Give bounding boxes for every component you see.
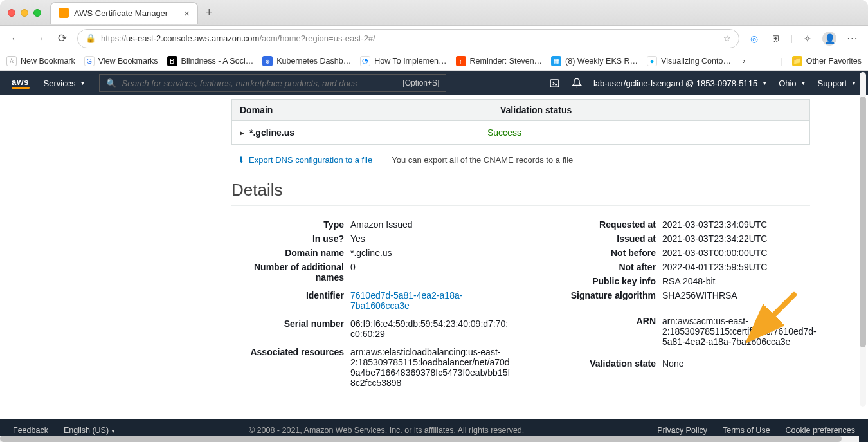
label-not-after: Not after: [543, 260, 656, 274]
domain-name: *.gcline.us: [249, 127, 487, 138]
bookmark-icon: ⎈: [262, 56, 273, 66]
value-not-after: 2022-04-01T23:59:59UTC: [662, 260, 817, 274]
bookmark-item[interactable]: rReminder: Steven…: [456, 56, 543, 66]
cookie-prefs-link[interactable]: Cookie preferences: [786, 426, 855, 435]
favorite-icon[interactable]: ☆: [723, 33, 731, 43]
bookmark-item[interactable]: ▦(8) Weekly EKS R…: [551, 56, 638, 66]
search-icon: 🔍: [106, 78, 116, 88]
back-button[interactable]: ←: [8, 31, 24, 46]
validation-status: Success: [487, 127, 521, 138]
privacy-link[interactable]: Privacy Policy: [657, 426, 707, 435]
window-maximize[interactable]: [33, 9, 41, 17]
value-in-use: Yes: [350, 232, 511, 246]
aws-search-input[interactable]: [122, 78, 397, 88]
bookmark-item[interactable]: BBlindness - A Soci…: [167, 56, 254, 66]
bookmark-new[interactable]: ☆ New Bookmark: [6, 56, 75, 66]
profile-avatar[interactable]: 👤: [822, 32, 836, 46]
notifications-icon[interactable]: [572, 78, 582, 88]
value-validation-state: None: [662, 356, 817, 371]
vertical-scrollbar[interactable]: [860, 72, 866, 407]
value-issued-at: 2021-03-03T23:34:22UTC: [662, 232, 817, 246]
extension-1password-icon[interactable]: ◎: [747, 32, 761, 46]
bookmark-item[interactable]: ●Visualizing Conto…: [647, 56, 731, 66]
account-menu[interactable]: lab-user/gcline-Isengard @ 1853-0978-511…: [593, 78, 767, 88]
feedback-link[interactable]: Feedback: [13, 426, 48, 435]
details-heading: Details: [231, 180, 810, 200]
aws-logo[interactable]: aws: [12, 77, 30, 89]
extension-ublock-icon[interactable]: ⛨: [769, 32, 783, 46]
value-public-key-info: RSA 2048-bit: [662, 274, 817, 288]
download-icon: ⬇: [238, 155, 245, 165]
new-tab-button[interactable]: +: [202, 6, 217, 19]
collections-icon[interactable]: ✧: [800, 32, 815, 46]
horizontal-scrollbar[interactable]: [0, 436, 859, 442]
window-minimize[interactable]: [21, 9, 28, 17]
value-type: Amazon Issued: [350, 217, 511, 232]
label-arn: ARN: [543, 314, 656, 356]
copyright: © 2008 - 2021, Amazon Web Services, Inc.…: [131, 426, 642, 435]
address-bar[interactable]: 🔒 https://us-east-2.console.aws.amazon.c…: [77, 29, 739, 48]
label-signature-algorithm: Signature algorithm: [543, 288, 656, 314]
label-domain-name: Domain name: [231, 246, 344, 260]
language-menu[interactable]: English (US): [64, 426, 116, 435]
value-additional-names: 0: [350, 260, 511, 288]
domain-row[interactable]: ▸ *.gcline.us Success: [232, 121, 809, 144]
label-identifier: Identifier: [231, 288, 344, 317]
tab-close[interactable]: ×: [184, 8, 190, 19]
forward-button: →: [32, 31, 48, 46]
bookmarks-overflow[interactable]: ›: [740, 57, 748, 66]
value-serial: 06:f9:f6:e4:59:db:59:54:23:40:09:d7:70:c…: [350, 317, 511, 345]
label-validation-state: Validation state: [543, 356, 656, 371]
services-menu[interactable]: Services: [44, 78, 86, 88]
terms-link[interactable]: Terms of Use: [723, 426, 770, 435]
value-arn: arn:aws:acm:us-east-2:185309785115:certi…: [662, 314, 817, 356]
bookmark-icon: ●: [647, 56, 657, 66]
lock-icon: 🔒: [86, 33, 96, 43]
bookmark-item[interactable]: ◔How To Implemen…: [360, 56, 446, 66]
label-requested-at: Requested at: [543, 217, 656, 232]
cloudshell-icon[interactable]: [549, 78, 560, 89]
browser-tab[interactable]: AWS Certificate Manager ×: [50, 2, 198, 24]
bookmark-item[interactable]: ⎈Kubernetes Dashb…: [262, 56, 351, 66]
value-requested-at: 2021-03-03T23:34:09UTC: [662, 217, 817, 232]
divider: [231, 205, 810, 206]
label-serial: Serial number: [231, 317, 344, 345]
export-dns-link[interactable]: ⬇ Export DNS configuration to a file: [238, 155, 372, 165]
value-identifier[interactable]: 7610ed7d-5a81-4ea2-a18a-7ba1606cca3e: [350, 288, 511, 317]
support-menu[interactable]: Support: [818, 78, 856, 88]
bookmarks-bar: ☆ New Bookmark GView BookmarksBBlindness…: [0, 51, 868, 71]
label-additional-names: Number of additional names: [231, 260, 344, 288]
export-help-text: You can export all of the CNAME records …: [392, 155, 573, 165]
bookmark-icon: G: [84, 56, 95, 66]
value-signature-algorithm: SHA256WITHRSA: [662, 288, 817, 314]
expand-icon[interactable]: ▸: [240, 127, 244, 138]
col-domain: Domain: [232, 100, 493, 120]
label-associated: Associated resources: [231, 345, 344, 359]
bookmark-icon: r: [456, 56, 466, 66]
label-not-before: Not before: [543, 246, 656, 260]
region-menu[interactable]: Ohio: [779, 78, 806, 88]
other-favorites[interactable]: 📁 Other Favorites: [792, 56, 862, 66]
bookmark-icon: B: [167, 56, 177, 66]
bookmark-item[interactable]: GView Bookmarks: [84, 56, 158, 66]
tab-title: AWS Certificate Manager: [74, 8, 168, 18]
bookmark-icon: ▦: [551, 56, 561, 66]
bookmark-icon: ◔: [360, 56, 370, 66]
label-issued-at: Issued at: [543, 232, 656, 246]
label-in-use: In use?: [231, 232, 344, 246]
window-close[interactable]: [8, 9, 15, 17]
value-not-before: 2021-03-03T00:00:00UTC: [662, 246, 817, 260]
aws-search[interactable]: 🔍 [Option+S]: [99, 74, 446, 92]
label-public-key-info: Public key info: [543, 274, 656, 288]
browser-titlebar: AWS Certificate Manager × +: [0, 0, 868, 26]
browser-menu[interactable]: ⋯: [844, 30, 860, 46]
value-domain-name: *.gcline.us: [350, 246, 511, 260]
search-shortcut: [Option+S]: [402, 78, 439, 87]
domains-table: Domain Validation status ▸ *.gcline.us S…: [231, 99, 810, 145]
aws-header: aws Services 🔍 [Option+S] lab-user/gclin…: [0, 71, 868, 95]
value-associated: arn:aws:elasticloadbalancing:us-east-2:1…: [350, 345, 511, 390]
label-type: Type: [231, 217, 344, 232]
aws-favicon: [59, 8, 69, 18]
col-validation-status: Validation status: [493, 100, 809, 120]
reload-button[interactable]: ⟳: [55, 30, 69, 46]
